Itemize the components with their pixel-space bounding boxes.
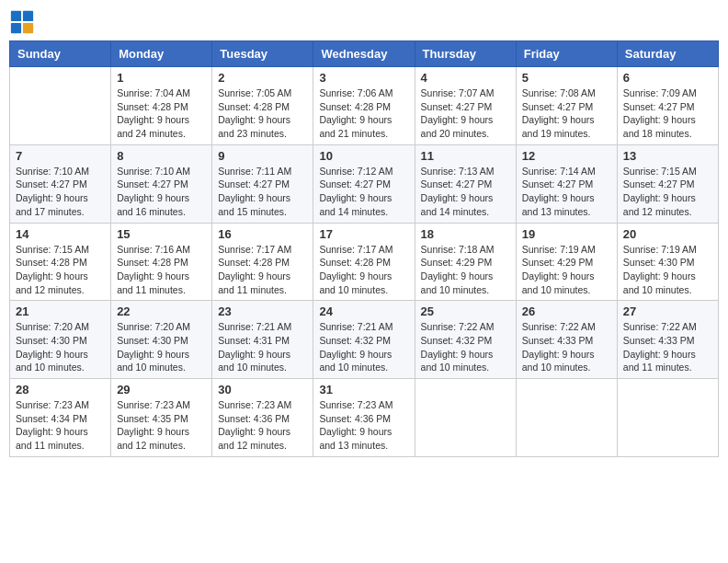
day-info: Sunrise: 7:22 AM Sunset: 4:32 PM Dayligh… xyxy=(421,320,510,374)
calendar-cell: 31Sunrise: 7:23 AM Sunset: 4:36 PM Dayli… xyxy=(313,379,415,457)
week-row: 28Sunrise: 7:23 AM Sunset: 4:34 PM Dayli… xyxy=(10,379,719,457)
day-info: Sunrise: 7:14 AM Sunset: 4:27 PM Dayligh… xyxy=(522,165,611,219)
day-number: 9 xyxy=(218,149,307,163)
day-info: Sunrise: 7:22 AM Sunset: 4:33 PM Dayligh… xyxy=(623,320,712,374)
week-row: 21Sunrise: 7:20 AM Sunset: 4:30 PM Dayli… xyxy=(10,301,719,379)
calendar-cell: 13Sunrise: 7:15 AM Sunset: 4:27 PM Dayli… xyxy=(617,144,718,223)
day-number: 11 xyxy=(421,149,510,163)
calendar-cell: 9Sunrise: 7:11 AM Sunset: 4:27 PM Daylig… xyxy=(212,144,313,223)
week-row: 1Sunrise: 7:04 AM Sunset: 4:28 PM Daylig… xyxy=(10,67,719,145)
calendar-cell: 21Sunrise: 7:20 AM Sunset: 4:30 PM Dayli… xyxy=(10,301,111,379)
day-info: Sunrise: 7:17 AM Sunset: 4:28 PM Dayligh… xyxy=(218,243,307,297)
calendar-cell: 14Sunrise: 7:15 AM Sunset: 4:28 PM Dayli… xyxy=(10,223,111,301)
calendar-cell xyxy=(415,379,516,457)
day-info: Sunrise: 7:07 AM Sunset: 4:27 PM Dayligh… xyxy=(421,86,510,141)
calendar-cell: 25Sunrise: 7:22 AM Sunset: 4:32 PM Dayli… xyxy=(415,301,516,379)
day-number: 31 xyxy=(319,383,408,396)
weekday-header-tuesday: Tuesday xyxy=(212,41,313,67)
day-info: Sunrise: 7:19 AM Sunset: 4:29 PM Dayligh… xyxy=(522,243,611,297)
day-number: 7 xyxy=(16,149,105,163)
day-info: Sunrise: 7:12 AM Sunset: 4:27 PM Dayligh… xyxy=(319,165,408,219)
svg-rect-2 xyxy=(11,23,21,33)
day-number: 14 xyxy=(16,227,105,241)
day-number: 25 xyxy=(421,304,510,318)
day-number: 4 xyxy=(421,71,510,85)
calendar-cell: 11Sunrise: 7:13 AM Sunset: 4:27 PM Dayli… xyxy=(415,144,516,223)
day-number: 30 xyxy=(218,383,307,396)
logo xyxy=(9,9,39,35)
calendar-cell: 3Sunrise: 7:06 AM Sunset: 4:28 PM Daylig… xyxy=(313,67,415,145)
day-info: Sunrise: 7:13 AM Sunset: 4:27 PM Dayligh… xyxy=(421,165,510,219)
day-number: 5 xyxy=(522,71,611,85)
page-header xyxy=(9,9,719,35)
day-info: Sunrise: 7:22 AM Sunset: 4:33 PM Dayligh… xyxy=(522,320,611,374)
day-number: 12 xyxy=(522,149,611,163)
svg-rect-0 xyxy=(11,11,21,21)
day-number: 29 xyxy=(117,383,206,396)
calendar-cell: 1Sunrise: 7:04 AM Sunset: 4:28 PM Daylig… xyxy=(111,67,212,145)
day-info: Sunrise: 7:18 AM Sunset: 4:29 PM Dayligh… xyxy=(421,243,510,297)
day-number: 10 xyxy=(319,149,408,163)
day-number: 27 xyxy=(623,304,712,318)
weekday-header-sunday: Sunday xyxy=(10,41,111,67)
day-info: Sunrise: 7:21 AM Sunset: 4:31 PM Dayligh… xyxy=(218,320,307,374)
day-number: 16 xyxy=(218,227,307,241)
day-number: 17 xyxy=(319,227,408,241)
day-info: Sunrise: 7:09 AM Sunset: 4:27 PM Dayligh… xyxy=(623,86,712,141)
day-info: Sunrise: 7:15 AM Sunset: 4:28 PM Dayligh… xyxy=(16,243,105,297)
weekday-header-monday: Monday xyxy=(111,41,212,67)
calendar-cell: 16Sunrise: 7:17 AM Sunset: 4:28 PM Dayli… xyxy=(212,223,313,301)
calendar-cell: 12Sunrise: 7:14 AM Sunset: 4:27 PM Dayli… xyxy=(516,144,617,223)
weekday-header-friday: Friday xyxy=(516,41,617,67)
day-info: Sunrise: 7:19 AM Sunset: 4:30 PM Dayligh… xyxy=(623,243,712,297)
day-info: Sunrise: 7:23 AM Sunset: 4:36 PM Dayligh… xyxy=(319,398,408,453)
day-info: Sunrise: 7:05 AM Sunset: 4:28 PM Dayligh… xyxy=(218,86,307,141)
calendar-cell: 20Sunrise: 7:19 AM Sunset: 4:30 PM Dayli… xyxy=(617,223,718,301)
calendar-cell: 2Sunrise: 7:05 AM Sunset: 4:28 PM Daylig… xyxy=(212,67,313,145)
day-number: 21 xyxy=(16,304,105,318)
day-info: Sunrise: 7:15 AM Sunset: 4:27 PM Dayligh… xyxy=(623,165,712,219)
calendar-table: SundayMondayTuesdayWednesdayThursdayFrid… xyxy=(9,40,719,457)
calendar-cell: 17Sunrise: 7:17 AM Sunset: 4:28 PM Dayli… xyxy=(313,223,415,301)
calendar-cell: 23Sunrise: 7:21 AM Sunset: 4:31 PM Dayli… xyxy=(212,301,313,379)
day-info: Sunrise: 7:08 AM Sunset: 4:27 PM Dayligh… xyxy=(522,86,611,141)
calendar-cell: 27Sunrise: 7:22 AM Sunset: 4:33 PM Dayli… xyxy=(617,301,718,379)
day-number: 6 xyxy=(623,71,712,85)
day-number: 20 xyxy=(623,227,712,241)
calendar-cell: 5Sunrise: 7:08 AM Sunset: 4:27 PM Daylig… xyxy=(516,67,617,145)
calendar-cell: 7Sunrise: 7:10 AM Sunset: 4:27 PM Daylig… xyxy=(10,144,111,223)
day-number: 19 xyxy=(522,227,611,241)
calendar-cell: 29Sunrise: 7:23 AM Sunset: 4:35 PM Dayli… xyxy=(111,379,212,457)
day-number: 2 xyxy=(218,71,307,85)
week-row: 14Sunrise: 7:15 AM Sunset: 4:28 PM Dayli… xyxy=(10,223,719,301)
day-number: 18 xyxy=(421,227,510,241)
day-number: 26 xyxy=(522,304,611,318)
day-number: 24 xyxy=(319,304,408,318)
day-info: Sunrise: 7:10 AM Sunset: 4:27 PM Dayligh… xyxy=(16,165,105,219)
week-row: 7Sunrise: 7:10 AM Sunset: 4:27 PM Daylig… xyxy=(10,144,719,223)
day-number: 1 xyxy=(117,71,206,85)
calendar-cell: 6Sunrise: 7:09 AM Sunset: 4:27 PM Daylig… xyxy=(617,67,718,145)
weekday-header-wednesday: Wednesday xyxy=(313,41,415,67)
calendar-cell: 28Sunrise: 7:23 AM Sunset: 4:34 PM Dayli… xyxy=(10,379,111,457)
calendar-cell: 15Sunrise: 7:16 AM Sunset: 4:28 PM Dayli… xyxy=(111,223,212,301)
weekday-header-row: SundayMondayTuesdayWednesdayThursdayFrid… xyxy=(10,41,719,67)
day-number: 3 xyxy=(319,71,408,85)
calendar-cell: 4Sunrise: 7:07 AM Sunset: 4:27 PM Daylig… xyxy=(415,67,516,145)
day-number: 8 xyxy=(117,149,206,163)
day-info: Sunrise: 7:23 AM Sunset: 4:34 PM Dayligh… xyxy=(16,398,105,453)
day-number: 13 xyxy=(623,149,712,163)
calendar-cell: 10Sunrise: 7:12 AM Sunset: 4:27 PM Dayli… xyxy=(313,144,415,223)
day-info: Sunrise: 7:10 AM Sunset: 4:27 PM Dayligh… xyxy=(117,165,206,219)
calendar-cell xyxy=(10,67,111,145)
day-info: Sunrise: 7:11 AM Sunset: 4:27 PM Dayligh… xyxy=(218,165,307,219)
calendar-cell: 8Sunrise: 7:10 AM Sunset: 4:27 PM Daylig… xyxy=(111,144,212,223)
logo-icon xyxy=(9,9,35,35)
day-info: Sunrise: 7:20 AM Sunset: 4:30 PM Dayligh… xyxy=(117,320,206,374)
day-info: Sunrise: 7:20 AM Sunset: 4:30 PM Dayligh… xyxy=(16,320,105,374)
day-number: 22 xyxy=(117,304,206,318)
day-info: Sunrise: 7:16 AM Sunset: 4:28 PM Dayligh… xyxy=(117,243,206,297)
calendar-cell xyxy=(516,379,617,457)
weekday-header-thursday: Thursday xyxy=(415,41,516,67)
day-info: Sunrise: 7:06 AM Sunset: 4:28 PM Dayligh… xyxy=(319,86,408,141)
